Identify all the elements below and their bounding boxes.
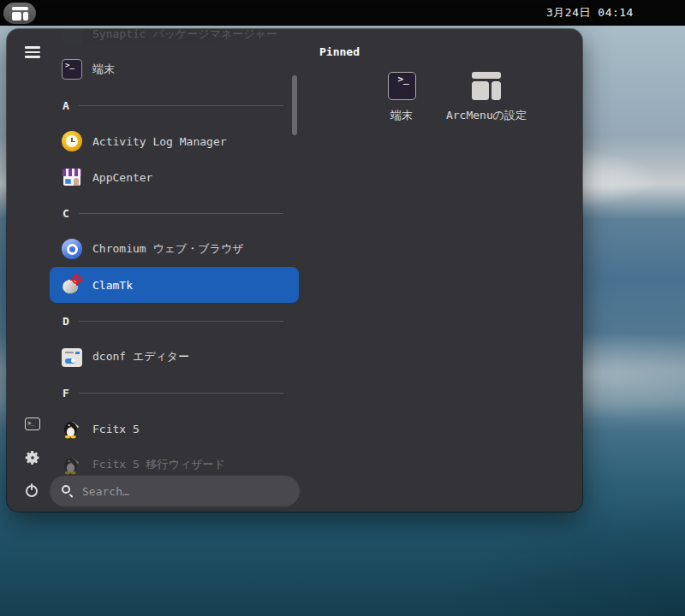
arcmenu-icon [472,72,501,100]
section-header-c: C [50,195,299,231]
arcmenu-popup: >_ Synaptic パッケージマネージャー >_ 端末 A [7,29,582,512]
appcenter-icon [62,167,82,187]
section-divider [79,213,283,214]
gear-icon [24,449,41,466]
hamburger-icon [25,46,40,58]
app-item-synaptic[interactable]: Synaptic パッケージマネージャー [50,29,299,52]
clock[interactable]: 3月24日 04:14 [546,0,634,26]
desktop-wallpaper: 3月24日 04:14 >_ Synaptic パッケージマネージャー [0,0,685,616]
fcitx-icon [62,418,82,439]
section-divider [79,321,283,322]
power-button[interactable] [14,476,51,505]
app-item-dconf-editor[interactable]: dconf エディター [50,339,299,375]
section-header-f: F [50,375,299,411]
terminal-icon: >_ [62,59,82,80]
app-item-appcenter[interactable]: AppCenter [50,159,299,195]
app-item-fcitx5[interactable]: Fcitx 5 [50,411,299,447]
synaptic-icon [62,29,82,44]
arcmenu-icon [12,7,28,21]
terminal-icon: >_ [388,72,416,100]
section-divider [79,105,283,106]
settings-button[interactable] [14,443,51,472]
power-icon [26,483,39,497]
section-header-a: A [50,87,299,123]
arcmenu-panel-button[interactable] [3,3,36,24]
terminal-icon: >_ [25,418,40,430]
pinned-item-terminal[interactable]: >_ 端末 [359,72,444,123]
fcitx-icon [62,454,82,475]
app-item-chromium[interactable]: Chromium ウェブ・ブラウザ [50,231,299,267]
app-item-clamtk[interactable]: ClamTk [50,267,299,303]
section-header-d: D [50,303,299,339]
top-bar: 3月24日 04:14 [0,0,685,26]
search-icon [62,485,74,498]
app-list: Synaptic パッケージマネージャー >_ 端末 A Activity Lo… [50,29,300,474]
search-bar [50,476,300,506]
app-item-activity-log-manager[interactable]: Activity Log Manager [50,123,299,159]
clamtk-icon [62,275,82,295]
activity-log-manager-icon [62,131,82,151]
pinned-header: Pinned [319,45,360,58]
app-item-terminal[interactable]: >_ 端末 [50,51,299,87]
search-input[interactable] [82,485,300,498]
dconf-editor-icon [62,348,82,367]
sidebar-terminal-button[interactable]: >_ [14,409,51,438]
section-divider [79,393,283,394]
chromium-icon [62,239,82,259]
pinned-item-arcmenu-settings[interactable]: ArcMenuの設定 [444,72,529,123]
hamburger-menu-button[interactable] [14,38,51,67]
scrollbar-thumb[interactable] [292,75,297,135]
